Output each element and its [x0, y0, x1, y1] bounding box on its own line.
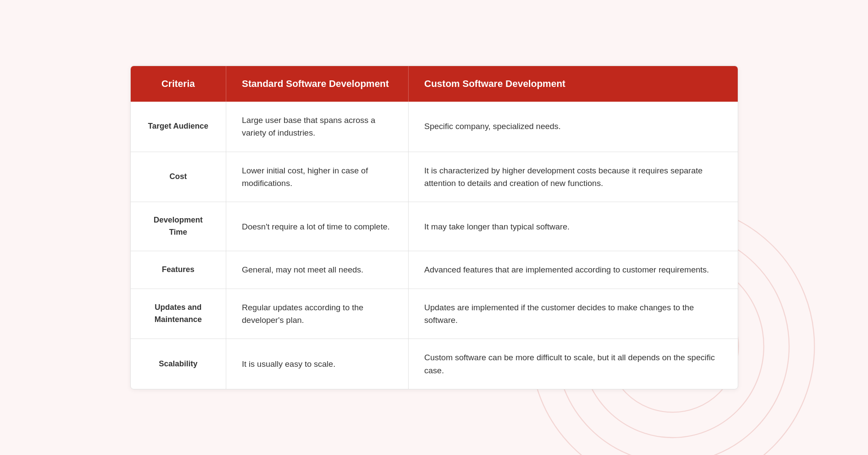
cell-standard: It is usually easy to scale. — [226, 339, 409, 389]
comparison-table: Criteria Standard Software Development C… — [131, 66, 738, 389]
cell-criteria: Development Time — [131, 202, 226, 251]
cell-standard: General, may not meet all needs. — [226, 251, 409, 289]
comparison-table-wrapper: Criteria Standard Software Development C… — [130, 66, 738, 390]
cell-standard: Doesn't require a lot of time to complet… — [226, 202, 409, 251]
header-criteria: Criteria — [131, 66, 226, 102]
table-header-row: Criteria Standard Software Development C… — [131, 66, 738, 102]
cell-criteria: Scalability — [131, 339, 226, 389]
cell-custom: Specific company, specialized needs. — [409, 102, 738, 152]
table-row: Updates and MaintenanceRegular updates a… — [131, 289, 738, 339]
cell-custom: It is characterized by higher developmen… — [409, 152, 738, 202]
cell-standard: Large user base that spans across a vari… — [226, 102, 409, 152]
cell-custom: It may take longer than typical software… — [409, 202, 738, 251]
cell-custom: Custom software can be more difficult to… — [409, 339, 738, 389]
cell-standard: Regular updates according to the develop… — [226, 289, 409, 339]
table-row: Development TimeDoesn't require a lot of… — [131, 202, 738, 251]
cell-criteria: Cost — [131, 152, 226, 202]
cell-standard: Lower initial cost, higher in case of mo… — [226, 152, 409, 202]
cell-custom: Updates are implemented if the customer … — [409, 289, 738, 339]
table-row: CostLower initial cost, higher in case o… — [131, 152, 738, 202]
cell-criteria: Updates and Maintenance — [131, 289, 226, 339]
cell-custom: Advanced features that are implemented a… — [409, 251, 738, 289]
table-row: FeaturesGeneral, may not meet all needs.… — [131, 251, 738, 289]
table-row: ScalabilityIt is usually easy to scale.C… — [131, 339, 738, 389]
cell-criteria: Target Audience — [131, 102, 226, 152]
cell-criteria: Features — [131, 251, 226, 289]
table-row: Target AudienceLarge user base that span… — [131, 102, 738, 152]
header-standard: Standard Software Development — [226, 66, 409, 102]
header-custom: Custom Software Development — [409, 66, 738, 102]
